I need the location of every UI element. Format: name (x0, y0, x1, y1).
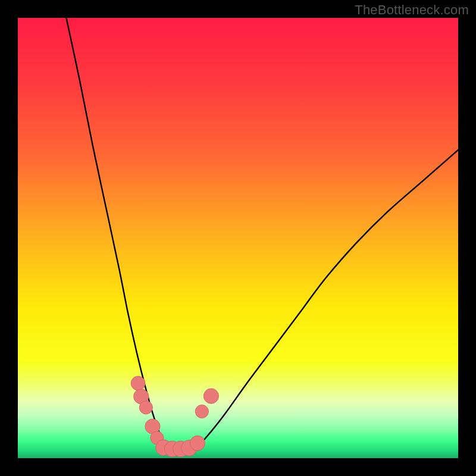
curve-dots (131, 376, 218, 456)
curve-layer (18, 18, 458, 458)
plot-area (18, 18, 458, 458)
curve-dot (131, 376, 145, 390)
watermark-text: TheBottleneck.com (355, 2, 469, 18)
curve-dot (190, 436, 205, 450)
bottleneck-curve (66, 18, 458, 450)
curve-dot (139, 401, 152, 414)
curve-dot (203, 389, 218, 403)
curve-dot (195, 405, 208, 418)
outer-frame: TheBottleneck.com (0, 0, 476, 476)
